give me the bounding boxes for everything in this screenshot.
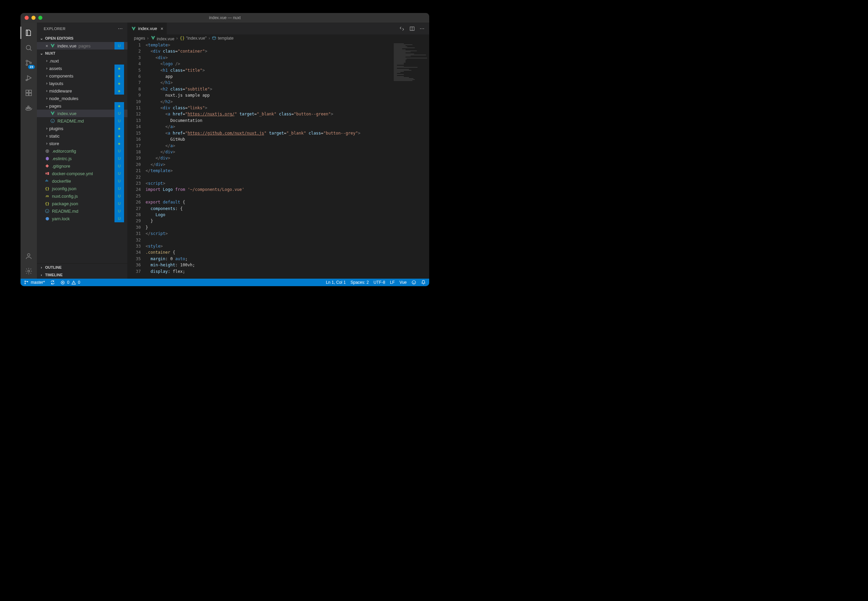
close-icon[interactable]: × bbox=[44, 43, 49, 49]
cursor-position[interactable]: Ln 1, Col 1 bbox=[326, 280, 346, 285]
zoom-window-button[interactable] bbox=[38, 16, 42, 20]
chevron-down-icon: ⌄ bbox=[39, 51, 44, 56]
explorer-icon[interactable] bbox=[20, 25, 37, 40]
file-item[interactable]: index.vueU bbox=[37, 110, 127, 117]
git-branch-status[interactable]: master* bbox=[24, 280, 45, 285]
folder-name: layouts bbox=[49, 81, 63, 86]
breadcrumb-item[interactable]: {}"index.vue" bbox=[180, 36, 206, 41]
open-editors-section[interactable]: ⌄ OPEN EDITORS bbox=[37, 35, 127, 42]
outline-section[interactable]: › OUTLINE bbox=[37, 264, 127, 271]
breadcrumbs[interactable]: pages›index.vue›{}"index.vue"›template bbox=[128, 35, 429, 42]
file-name: .eslintrc.js bbox=[52, 156, 72, 161]
folder-item[interactable]: ›store● bbox=[37, 140, 127, 147]
svg-rect-8 bbox=[29, 93, 31, 96]
folder-item[interactable]: ›layouts● bbox=[37, 79, 127, 87]
folder-name: store bbox=[49, 141, 59, 146]
folder-item[interactable]: ›components● bbox=[37, 72, 127, 79]
tab-index-vue[interactable]: index.vue × bbox=[128, 23, 167, 35]
folder-item[interactable]: ›node_modules bbox=[37, 95, 127, 102]
svg-rect-20 bbox=[47, 181, 48, 182]
folder-item[interactable]: ›middleware● bbox=[37, 87, 127, 95]
folder-item[interactable]: ›assets● bbox=[37, 64, 127, 72]
file-name: README.md bbox=[57, 119, 84, 124]
file-item[interactable]: JSnuxt.config.jsU bbox=[37, 192, 127, 200]
info-file-icon bbox=[44, 208, 50, 214]
svg-point-4 bbox=[26, 79, 28, 81]
project-section[interactable]: ⌄ NUXT bbox=[37, 49, 127, 57]
timeline-section[interactable]: › TIMELINE bbox=[37, 271, 127, 279]
svg-rect-6 bbox=[29, 90, 31, 93]
git-modified-dot: ● bbox=[115, 87, 124, 95]
folder-name: pages bbox=[49, 104, 61, 108]
code-content[interactable]: <template> <div class="container"> <div>… bbox=[145, 42, 392, 279]
file-item[interactable]: dockerfileU bbox=[37, 177, 127, 185]
folder-name: node_modules bbox=[49, 96, 78, 101]
vue-file-icon bbox=[131, 26, 136, 31]
sync-status[interactable] bbox=[50, 280, 55, 285]
file-item[interactable]: README.mdU bbox=[37, 207, 127, 215]
docker-icon[interactable] bbox=[20, 101, 37, 116]
file-item[interactable]: .eslintrc.jsU bbox=[37, 155, 127, 162]
indentation-status[interactable]: Spaces: 2 bbox=[351, 280, 369, 285]
extensions-icon[interactable] bbox=[20, 85, 37, 101]
open-editor-item[interactable]: ×index.vuepagesU bbox=[37, 42, 127, 49]
file-item[interactable]: README.mdU bbox=[37, 117, 127, 125]
warnings-count: 0 bbox=[78, 280, 80, 285]
folder-name: plugins bbox=[49, 126, 63, 131]
folder-item[interactable]: ›static● bbox=[37, 132, 127, 140]
git-status: U bbox=[115, 162, 124, 170]
code-editor[interactable]: 1234567891011121314151617181920212223242… bbox=[128, 42, 429, 279]
editor-more-icon[interactable]: ⋯ bbox=[420, 26, 425, 31]
editor-tabs: index.vue × ⋯ bbox=[128, 23, 429, 35]
run-debug-icon[interactable] bbox=[20, 70, 37, 85]
svg-rect-7 bbox=[26, 93, 28, 96]
sidebar-header: EXPLORER ⋯ bbox=[37, 23, 127, 35]
breadcrumb-item[interactable]: index.vue bbox=[151, 35, 174, 41]
accounts-icon[interactable] bbox=[20, 249, 37, 264]
breadcrumb-item[interactable]: pages bbox=[134, 36, 145, 41]
editor-group: index.vue × ⋯ pages›index.vue›{}"index.v… bbox=[128, 23, 429, 279]
file-item[interactable]: docker-compose.ymlU bbox=[37, 170, 127, 177]
sidebar-more-icon[interactable]: ⋯ bbox=[118, 26, 123, 31]
explorer-sidebar: EXPLORER ⋯ ⌄ OPEN EDITORS ×index.vuepage… bbox=[37, 23, 128, 279]
folder-item[interactable]: ›.nuxt bbox=[37, 57, 127, 64]
eol-status[interactable]: LF bbox=[390, 280, 395, 285]
file-item[interactable]: .gitignoreU bbox=[37, 162, 127, 170]
language-status[interactable]: Vue bbox=[399, 280, 406, 285]
chevron-down-icon: ⌄ bbox=[39, 36, 44, 41]
file-item[interactable]: {}package.jsonU bbox=[37, 200, 127, 207]
settings-gear-icon[interactable] bbox=[20, 264, 37, 279]
compare-changes-icon[interactable] bbox=[399, 26, 405, 31]
file-name: README.md bbox=[52, 209, 78, 214]
git-status: U bbox=[115, 215, 124, 222]
window-title: index.vue — nuxt bbox=[20, 15, 429, 20]
chevron-right-icon: › bbox=[44, 88, 49, 93]
open-editors-label: OPEN EDITORS bbox=[45, 36, 73, 40]
split-editor-icon[interactable] bbox=[410, 26, 415, 31]
window-controls bbox=[24, 16, 42, 20]
source-control-icon[interactable]: 23 bbox=[20, 55, 37, 70]
svg-point-1 bbox=[26, 60, 28, 62]
git-modified-dot: ● bbox=[115, 72, 124, 79]
minimize-window-button[interactable] bbox=[31, 16, 35, 20]
breadcrumb-item[interactable]: template bbox=[212, 36, 234, 41]
feedback-icon[interactable] bbox=[411, 280, 416, 285]
file-item[interactable]: {}jsconfig.jsonU bbox=[37, 185, 127, 192]
eslint-file-icon bbox=[44, 156, 50, 161]
chevron-right-icon: › bbox=[44, 141, 49, 146]
close-window-button[interactable] bbox=[24, 16, 29, 20]
file-item[interactable]: yarn.lockU bbox=[37, 215, 127, 222]
folder-item[interactable]: ⌄pages● bbox=[37, 102, 127, 110]
encoding-status[interactable]: UTF-8 bbox=[373, 280, 385, 285]
notifications-bell-icon[interactable] bbox=[421, 280, 426, 285]
search-icon[interactable] bbox=[20, 40, 37, 55]
problems-status[interactable]: 0 0 bbox=[61, 280, 80, 285]
svg-point-16 bbox=[46, 150, 47, 151]
minimap[interactable] bbox=[392, 42, 429, 279]
svg-rect-19 bbox=[46, 181, 47, 182]
git-status: U bbox=[115, 192, 124, 200]
file-item[interactable]: .editorconfigU bbox=[37, 147, 127, 155]
tab-close-icon[interactable]: × bbox=[160, 26, 164, 31]
folder-item[interactable]: ›plugins● bbox=[37, 125, 127, 132]
git-modified-dot: ● bbox=[115, 140, 124, 147]
